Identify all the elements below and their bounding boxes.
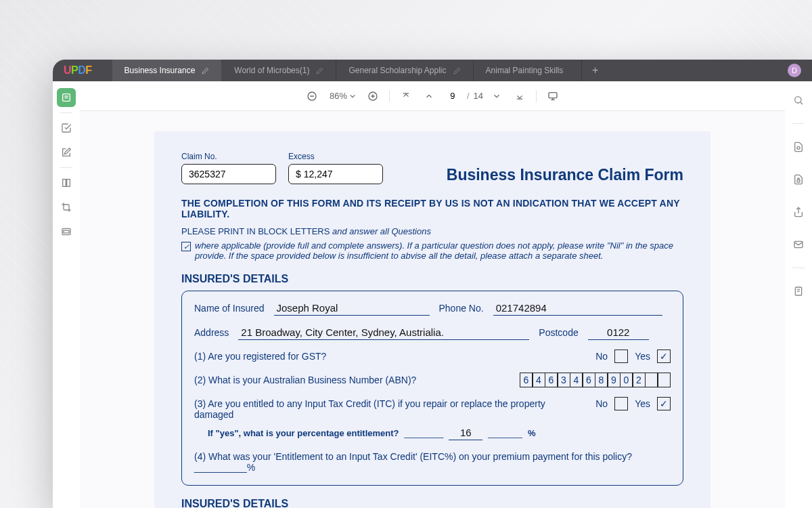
search-button[interactable] [789, 91, 808, 110]
prev-page-button[interactable] [420, 87, 438, 106]
excess-label: Excess [288, 152, 383, 161]
q3-yes-checkbox[interactable]: ✓ [657, 397, 671, 410]
q1-no-checkbox[interactable] [614, 350, 628, 363]
check-icon: ✓ [181, 242, 191, 251]
document-viewport[interactable]: Claim No. Excess $ Business Insurance Cl… [80, 111, 785, 508]
svg-point-7 [795, 97, 801, 103]
svg-point-9 [797, 146, 800, 149]
right-rail [785, 81, 812, 508]
yes-label: Yes [635, 398, 650, 409]
q4-text: (4) What was your 'Entitlement to an Inp… [194, 451, 671, 473]
q1-text: (1) Are you registered for GST? [194, 351, 326, 362]
excess-input[interactable] [304, 169, 358, 179]
claim-no-input[interactable] [181, 164, 276, 184]
block-letters-notice: PLEASE PRINT IN BLOCK LETTERS and answer… [181, 226, 683, 236]
no-label: No [595, 351, 608, 362]
add-tab-button[interactable]: + [582, 60, 609, 81]
redact-tool-button[interactable] [57, 222, 76, 241]
toolbar-separator [536, 90, 537, 102]
reader-mode-button[interactable] [57, 88, 76, 107]
tab-label: World of Microbes(1) [234, 66, 309, 75]
highlight-tool-button[interactable] [57, 119, 76, 137]
page-organize-button[interactable] [57, 173, 76, 192]
zoom-out-button[interactable] [302, 87, 321, 106]
first-page-button[interactable] [397, 87, 415, 106]
document-page: Claim No. Excess $ Business Insurance Cl… [154, 131, 710, 508]
form-title: Business Insurance Claim Form [447, 166, 683, 184]
postcode-label: Postcode [539, 327, 578, 338]
svg-rect-23 [549, 92, 557, 98]
postcode-input[interactable] [588, 325, 649, 340]
app-window: UPDF Business Insurance World of Microbe… [53, 60, 812, 508]
rail-separator [792, 123, 805, 124]
zoom-value: 86% [330, 91, 347, 101]
phone-label: Phone No. [439, 303, 484, 314]
q1-yes-checkbox[interactable]: ✓ [657, 350, 671, 363]
q3-no-checkbox[interactable] [614, 397, 628, 410]
titlebar: UPDF Business Insurance World of Microbe… [53, 60, 812, 81]
insured-details-box: Name of Insured Phone No. Address Postco… [181, 291, 683, 486]
share-button[interactable] [789, 203, 808, 221]
rail-separator [60, 112, 72, 113]
address-label: Address [194, 327, 229, 338]
svg-line-8 [800, 102, 803, 104]
protect-button[interactable] [789, 170, 808, 189]
tab-label: Business Insurance [125, 66, 196, 75]
name-label: Name of Insured [194, 303, 265, 314]
no-label: No [595, 398, 608, 409]
email-button[interactable] [789, 235, 808, 254]
view-toolbar: 86% / 14 [80, 81, 785, 111]
app-logo: UPDF [64, 64, 92, 77]
rail-separator [792, 268, 805, 268]
edit-tool-button[interactable] [57, 143, 76, 162]
pct-sign: % [528, 428, 536, 438]
page-number-input[interactable] [443, 91, 463, 101]
tab-business-insurance[interactable]: Business Insurance [112, 60, 223, 81]
liability-notice: THE COMPLETION OF THIS FORM AND ITS RECE… [181, 198, 683, 219]
presentation-button[interactable] [543, 87, 562, 106]
zoom-in-button[interactable] [363, 87, 382, 106]
next-page-button[interactable] [487, 87, 506, 106]
phone-input[interactable] [493, 301, 662, 316]
q3-text: (3) Are you entitled to any Input Tax Cr… [194, 398, 586, 420]
toolbar-separator [389, 90, 390, 102]
rail-separator [60, 167, 72, 168]
svg-rect-6 [64, 230, 69, 233]
tab-label: General Scholarship Applic [348, 66, 446, 75]
q3-pct-input[interactable] [449, 425, 482, 440]
address-input[interactable] [238, 325, 529, 340]
claim-no-label: Claim No. [181, 152, 276, 161]
last-page-button[interactable] [510, 87, 529, 106]
tab-world-of-microbes[interactable]: World of Microbes(1) [222, 60, 336, 81]
svg-rect-10 [797, 180, 800, 182]
svg-rect-3 [63, 179, 66, 187]
section-insured-details: INSURED'S DETAILS [181, 273, 683, 285]
svg-rect-4 [67, 179, 70, 187]
abn-input-boxes[interactable]: 6 4 6 3 4 6 8 9 0 2 [520, 373, 671, 387]
excess-prefix: $ [296, 169, 301, 179]
zoom-dropdown[interactable]: 86% [325, 91, 359, 101]
chevron-down-icon [350, 93, 355, 99]
pencil-icon[interactable] [316, 67, 323, 75]
page-total: 14 [474, 91, 483, 101]
tab-label: Animal Painting Skills [486, 66, 564, 75]
q2-text: (2) What is your Australian Business Num… [194, 375, 416, 385]
tab-general-scholarship[interactable]: General Scholarship Applic [336, 60, 473, 81]
yes-label: Yes [635, 351, 650, 362]
ocr-button[interactable] [789, 137, 808, 156]
left-rail [53, 81, 80, 508]
tab-animal-painting[interactable]: Animal Painting Skills [474, 60, 582, 81]
crop-tool-button[interactable] [57, 198, 76, 217]
tab-bar: Business Insurance World of Microbes(1) … [112, 60, 609, 81]
pencil-icon[interactable] [453, 67, 461, 75]
export-button[interactable] [789, 282, 808, 301]
section-declarations: INSURED'S DETAILS [181, 498, 683, 508]
applicable-notice: ✓ where applicable (provide full and com… [181, 240, 683, 261]
q3-sub-text: If "yes", what is your percentage entitl… [208, 428, 399, 438]
avatar[interactable]: D [788, 64, 801, 77]
pencil-icon[interactable] [202, 67, 209, 75]
name-input[interactable] [274, 301, 430, 316]
page-separator: / [467, 91, 470, 101]
